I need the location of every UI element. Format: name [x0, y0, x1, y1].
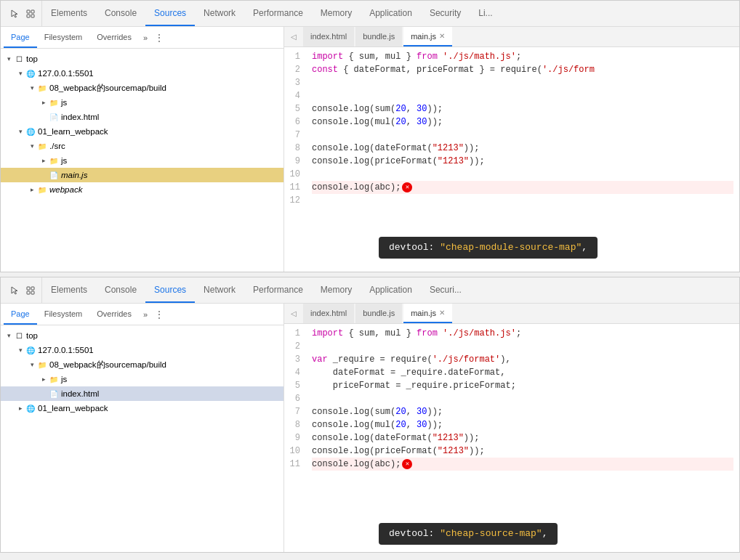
- tree-webpack-1[interactable]: 📁 webpack: [1, 182, 283, 197]
- subtab-overrides-2[interactable]: Overrides: [89, 304, 139, 325]
- svg-rect-7: [31, 291, 34, 294]
- tree-build-2[interactable]: 📁 08_webpack的sourcemap/build: [1, 357, 283, 372]
- close-tab-mainjs-2[interactable]: ✕: [439, 309, 445, 317]
- cursor-icon[interactable]: [8, 7, 21, 20]
- tab-elements-2[interactable]: Elements: [42, 277, 96, 303]
- tree-js-folder-2[interactable]: 📁 js: [1, 372, 283, 386]
- close-tab-mainjs-1[interactable]: ✕: [439, 32, 445, 40]
- sidebar-toggle-icon-1[interactable]: ◁: [287, 31, 300, 44]
- subtab-more-2: »: [139, 310, 152, 319]
- tab-network-2[interactable]: Network: [195, 277, 244, 303]
- editor-tab-mainjs-1[interactable]: main.js ✕: [403, 27, 452, 46]
- editor-tab-mainjs-2[interactable]: main.js ✕: [403, 304, 452, 323]
- left-pane-1: Page Filesystem Overrides » ⋮ ☐ top 🌐 12…: [1, 27, 284, 272]
- tab-console-2[interactable]: Console: [96, 277, 145, 303]
- tab-application-2[interactable]: Application: [361, 277, 421, 303]
- tab-memory-2[interactable]: Memory: [312, 277, 361, 303]
- tree-mainjs-1[interactable]: 📄 main.js: [1, 168, 283, 182]
- subtab-menu-2[interactable]: ⋮: [152, 304, 166, 325]
- svg-rect-4: [27, 287, 30, 290]
- tab-elements-1[interactable]: Elements: [42, 1, 96, 26]
- subtab-filesystem-1[interactable]: Filesystem: [37, 27, 90, 48]
- arrow-learn-2: [15, 403, 25, 413]
- arrow-build-1: [27, 83, 37, 93]
- arrow-indexhtml-2: [39, 389, 49, 399]
- code-line2-11: console.log(abc);✕: [312, 458, 733, 471]
- svg-rect-3: [31, 15, 34, 17]
- code-line-11: console.log(abc);✕: [312, 181, 733, 194]
- inspect-icon[interactable]: [24, 7, 37, 20]
- tree-build-1[interactable]: 📁 08_webpack的sourcemap/build: [1, 81, 283, 95]
- code-line2-9: console.log(dateFormat("1213"));: [312, 431, 733, 445]
- tree-learnwebpack-2[interactable]: 🌐 01_learn_webpack: [1, 401, 283, 415]
- file-tree-2: ☐ top 🌐 127.0.0.1:5501 📁 08_webpack的sour…: [1, 325, 284, 418]
- sidebar-toggle-icon-2[interactable]: ◁: [287, 307, 300, 320]
- tree-indexhtml-2[interactable]: 📄 index.html: [1, 386, 283, 401]
- code-line-5: console.log(sum(20, 30));: [312, 102, 733, 115]
- toolbar-icons-1: [4, 1, 42, 26]
- cursor-icon-2[interactable]: [8, 284, 21, 297]
- arrow-src-1: [27, 141, 37, 151]
- tab-memory-1[interactable]: Memory: [312, 1, 361, 26]
- tree-server-2[interactable]: 🌐 127.0.0.1:5501: [1, 343, 283, 357]
- server-icon-learn-2: 🌐: [25, 403, 36, 413]
- tab-sources-1[interactable]: Sources: [145, 1, 195, 26]
- arrow-srcjs-1: [39, 155, 49, 166]
- folder-icon-build-2: 📁: [37, 360, 47, 370]
- tree-indexhtml-1[interactable]: 📄 index.html: [1, 110, 283, 124]
- devtools-panel-2: Elements Console Sources Network Perform…: [0, 277, 740, 553]
- editor-tab-indexhtml-2[interactable]: index.html: [303, 304, 354, 323]
- tab-sources-2[interactable]: Sources: [145, 277, 195, 303]
- folder-icon-js-1: 📁: [49, 97, 59, 107]
- subtab-menu-1[interactable]: ⋮: [152, 27, 166, 48]
- tree-learnwebpack-1[interactable]: 🌐 01_learn_webpack: [1, 124, 283, 139]
- tab-performance-2[interactable]: Performance: [244, 277, 312, 303]
- code-line2-10: console.log(priceFormat("1213"));: [312, 445, 733, 458]
- server-icon-1: 🌐: [25, 68, 36, 78]
- main-content-1: Page Filesystem Overrides » ⋮ ☐ top 🌐 12…: [1, 27, 739, 272]
- tab-console-1[interactable]: Console: [96, 1, 145, 26]
- code-line-8: console.log(dateFormat("1213"));: [312, 142, 733, 155]
- tree-label: 08_webpack的sourcemap/build: [49, 360, 166, 370]
- tree-src-js-1[interactable]: 📁 js: [1, 153, 283, 168]
- subtab-page-2[interactable]: Page: [4, 304, 37, 325]
- subtab-page-1[interactable]: Page: [4, 27, 37, 48]
- subtab-overrides-1[interactable]: Overrides: [89, 27, 139, 48]
- editor-tab-bundlejs-2[interactable]: bundle.js: [355, 304, 402, 323]
- tab-security-2[interactable]: Securi...: [421, 277, 470, 303]
- server-icon-2: 🌐: [25, 345, 36, 355]
- tree-top-1[interactable]: ☐ top: [1, 52, 283, 66]
- tree-label: top: [26, 331, 38, 340]
- tab-network-1[interactable]: Network: [195, 1, 244, 26]
- tree-label: index.html: [61, 113, 99, 121]
- main-tab-bar-1: Elements Console Sources Network Perform…: [42, 1, 736, 26]
- tree-label: webpack: [49, 185, 82, 194]
- editor-tab-label-mainjs-2: main.js: [411, 309, 436, 317]
- code-line-2: const { dateFormat, priceFormat } = requ…: [312, 63, 733, 76]
- tab-more-1[interactable]: Li...: [470, 1, 501, 26]
- code-line-9: console.log(priceFormat("1213"));: [312, 155, 733, 168]
- main-content-2: Page Filesystem Overrides » ⋮ ☐ top 🌐 12…: [1, 304, 739, 552]
- tab-security-1[interactable]: Security: [421, 1, 470, 26]
- tree-label: 08_webpack的sourcemap/build: [49, 83, 166, 94]
- tree-src-1[interactable]: 📁 ./src: [1, 139, 283, 153]
- inspect-icon-2[interactable]: [24, 284, 37, 297]
- subtab-filesystem-2[interactable]: Filesystem: [37, 304, 90, 325]
- tree-top-2[interactable]: ☐ top: [1, 328, 283, 343]
- tree-label: js: [61, 156, 67, 165]
- arrow-top-2: [4, 330, 14, 341]
- code-line-12: [312, 194, 733, 207]
- tree-server-1[interactable]: 🌐 127.0.0.1:5501: [1, 66, 283, 81]
- tree-label: main.js: [61, 171, 87, 179]
- editor-tab-indexhtml-1[interactable]: index.html: [303, 27, 354, 46]
- file-tree-1: ☐ top 🌐 127.0.0.1:5501 📁 08_webpack的sour…: [1, 49, 284, 200]
- tree-js-folder-1[interactable]: 📁 js: [1, 95, 283, 110]
- tree-label: 127.0.0.1:5501: [38, 69, 94, 78]
- subtab-more-1: »: [139, 33, 152, 42]
- tab-performance-1[interactable]: Performance: [244, 1, 312, 26]
- editor-tab-bundlejs-1[interactable]: bundle.js: [355, 27, 402, 46]
- arrow-mainjs-1: [39, 170, 49, 180]
- code-line2-5: priceFormat = _require.priceFormat;: [312, 379, 733, 392]
- arrow-top-1: [4, 54, 14, 64]
- tab-application-1[interactable]: Application: [361, 1, 421, 26]
